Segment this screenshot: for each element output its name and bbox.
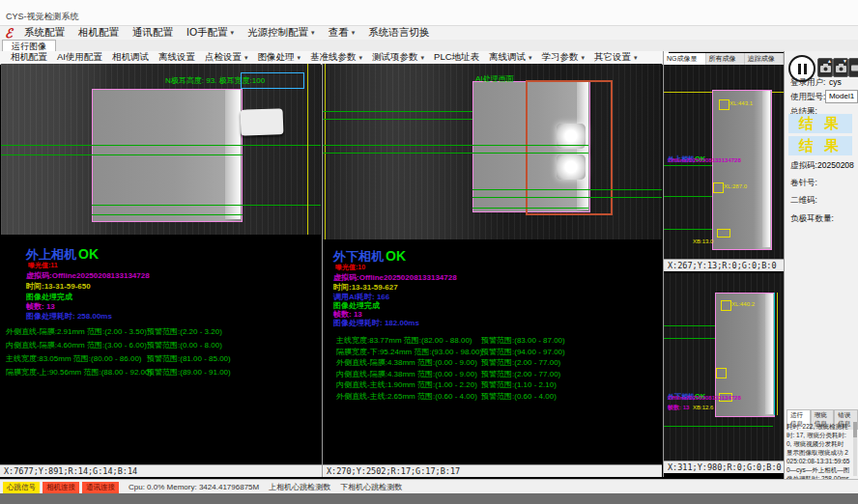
chevron-down-icon: ▾ — [311, 29, 315, 37]
down-camera-heartbeat-label: 下相机心跳检测数 — [340, 482, 402, 492]
login-user-label: 登录用户: — [790, 77, 825, 89]
tab-blob — [241, 108, 284, 136]
edge-line-green — [472, 208, 588, 209]
measurement-row: 外侧直线-隔膜:2.91mm 范围:(2.00 - 3.50) — [6, 326, 147, 337]
edge-line-green — [472, 197, 662, 198]
left-camera-viewport[interactable]: N极耳高度: 93. 极耳宽度:100 — [1, 64, 321, 235]
comm-link-status-badge: 通讯连接 — [82, 482, 119, 493]
right-status-ok: OK — [386, 248, 406, 264]
edge-line-green — [664, 165, 712, 166]
camera-icon — [820, 64, 831, 72]
left-time: 时间:13-31-59-650 — [26, 281, 91, 292]
toolbar-item-learning-params[interactable]: 学习参数▾ — [537, 51, 590, 64]
marker-annotation: XL:440.2 — [731, 301, 755, 307]
toolbar-item-camera-config[interactable]: 相机配置 — [6, 51, 52, 64]
toolbar: 相机配置 AI使用配置 相机调试 离线设置 点检设置▾ 图像处理▾ 基准线参数▾… — [0, 51, 669, 65]
edge-line-green — [664, 338, 715, 339]
qrcode-label: 二维码: — [790, 195, 817, 207]
chevron-down-icon: ▾ — [352, 29, 356, 37]
marker-annotation: XB:13.0 — [693, 238, 713, 244]
toolbar-item-test-params[interactable]: 测试项参数▾ — [367, 51, 429, 64]
roi-box-cyan — [241, 72, 304, 89]
result-box-top: 结 果 — [788, 114, 852, 133]
reference-line-yellow — [777, 293, 778, 415]
edge-line-green — [323, 145, 588, 146]
heartbeat-status-badge: 心跳信号 — [3, 482, 40, 493]
app-logo-icon — [0, 27, 17, 40]
ai-frame-label: AI处理画面 — [475, 73, 514, 84]
menu-item-camera-config[interactable]: 相机配置 — [72, 26, 126, 40]
right-camera-viewport[interactable]: AI处理画面 — [323, 64, 662, 239]
cell-bright-edge — [762, 91, 770, 247]
camera-up-button[interactable]: ▲ — [817, 58, 833, 77]
record-button[interactable] — [848, 58, 858, 77]
edge-line-green — [1, 154, 243, 155]
warn-range: 预警范围:(83.00 - 87.00) — [481, 335, 565, 346]
toolbar-item-offline-debug[interactable]: 离线调试▾ — [484, 51, 537, 64]
menu-item-language-switch[interactable]: 系统语言切换 — [361, 26, 436, 40]
result-box-bottom: 结 果 — [788, 136, 852, 155]
chevron-down-icon: ▾ — [231, 29, 235, 37]
pause-icon — [804, 64, 807, 74]
model-select[interactable]: Model1 — [825, 90, 858, 103]
vcode-value: 20250208 — [817, 160, 854, 170]
toolbar-item-plc-address[interactable]: PLC地址表 — [429, 51, 484, 64]
left-status-ok: OK — [78, 246, 99, 262]
tab-track-images[interactable]: 追踪成像图 — [745, 53, 784, 65]
chevron-down-icon: ▾ — [421, 54, 425, 62]
small-bottom-viewport[interactable]: XL:440.2 XB:12.6 外下相机OK Offline202502081… — [664, 273, 784, 461]
menu-bar: 系统配置 相机配置 通讯配置 IO手配置▾ 光源控制配置▾ 查看▾ 系统语言切换 — [0, 26, 858, 40]
small-top-viewport[interactable]: XL:443.1 XL:287.0 XB:13.0 外上相机OK Offline… — [664, 65, 784, 259]
right-exposure: 曝光值:10 — [335, 263, 365, 272]
vcode-label: 虚拟码: — [790, 160, 817, 172]
control-sidebar: ▲ ▼ 登录用户: cys 使用型号: Model1 总结果: 结 果 结 果 … — [785, 51, 858, 479]
tab-all-images[interactable]: 所有成像图 — [706, 53, 745, 65]
window-title: CYS-视觉检测系统 — [6, 11, 79, 23]
needle-number-label: 卷针号: — [790, 178, 817, 189]
toolbar-item-other-settings[interactable]: 其它设置▾ — [589, 51, 643, 64]
toolbar-item-image-processing[interactable]: 图像处理▾ — [253, 51, 306, 64]
edge-line-green — [664, 426, 773, 427]
menu-item-system-config[interactable]: 系统配置 — [17, 26, 72, 40]
toolbar-item-ai-usage[interactable]: AI使用配置 — [52, 51, 107, 64]
left-process-elapsed: 图像处理耗时: 258.00ms — [26, 311, 112, 322]
scrollbar-thumb[interactable] — [853, 422, 857, 437]
cell-bright-edge — [765, 294, 773, 414]
reference-line-yellow — [307, 64, 308, 235]
tab-ng-display[interactable]: NG成像显示 — [664, 53, 706, 65]
panel-divider — [663, 51, 664, 477]
defect-marker-box — [713, 182, 724, 193]
edge-line-green — [323, 153, 588, 154]
measurement-row: 隔膜宽度-上:90.56mm 范围:(88.00 - 92.00) — [6, 367, 152, 378]
measurement-row: 外侧直线-隔膜:4.38mm 范围:(0.00 - 9.00) — [336, 357, 477, 368]
tab-highlight — [557, 154, 586, 180]
edge-line-cyan — [774, 293, 775, 415]
chevron-down-icon: ▾ — [529, 54, 532, 62]
defect-marker-box — [721, 300, 731, 311]
measurement-row: 内侧直线-主线:1.90mm 范围:(1.00 - 2.20) — [336, 379, 477, 390]
toolbar-item-spot-check[interactable]: 点检设置▾ — [200, 51, 253, 64]
log-scrollbar[interactable] — [853, 422, 857, 476]
menu-item-light-config[interactable]: 光源控制配置▾ — [241, 26, 322, 40]
menu-item-comm-config[interactable]: 通讯配置 — [126, 26, 180, 40]
toolbar-item-baseline-params[interactable]: 基准线参数▾ — [305, 51, 367, 64]
edge-line-green — [92, 214, 243, 215]
toolbar-item-offline-settings[interactable]: 离线设置 — [154, 51, 200, 64]
small-top-pixel-coords: X:267;Y:13;R:0;G:0;B:0 — [664, 259, 784, 271]
reference-line-yellow — [325, 64, 326, 239]
edge-line-green — [92, 205, 321, 206]
defect-marker-box — [716, 368, 727, 378]
warn-range: 预警范围:(0.60 - 4.00) — [481, 391, 557, 402]
warn-range: 预警范围:(2.00 - 77.00) — [481, 369, 560, 379]
toolbar-item-camera-debug[interactable]: 相机调试 — [107, 51, 154, 64]
edge-line-green — [664, 196, 712, 197]
menu-item-view[interactable]: 查看▾ — [322, 26, 362, 40]
chevron-down-icon: ▾ — [634, 54, 638, 62]
defect-marker-box — [717, 229, 730, 238]
model-label: 使用型号: — [790, 92, 825, 103]
right-process-elapsed: 图像处理耗时: 182.00ms — [333, 318, 419, 328]
camera-down-button[interactable]: ▼ — [833, 58, 848, 77]
menu-item-io-config[interactable]: IO手配置▾ — [180, 26, 241, 40]
small-top-barcode: Offline20250208133134728 — [668, 157, 741, 163]
right-camera-name: 外下相机 — [333, 249, 384, 264]
